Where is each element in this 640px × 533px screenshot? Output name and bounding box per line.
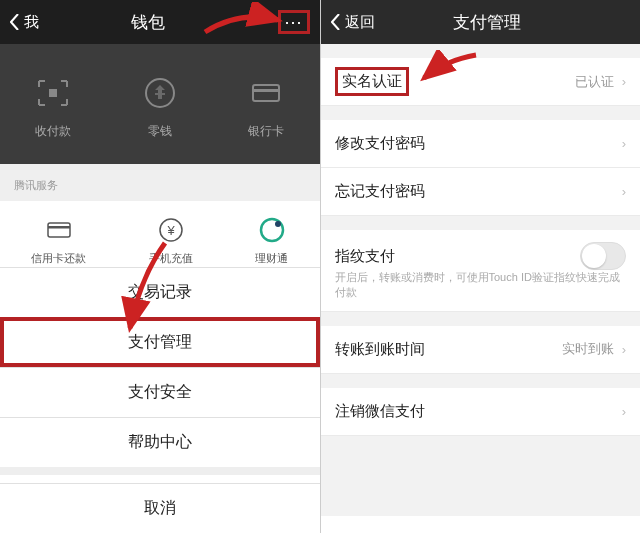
chevron-right-icon: › bbox=[622, 184, 626, 199]
cell-label: 修改支付密码 bbox=[335, 134, 425, 153]
service-label: 手机充值 bbox=[149, 251, 193, 266]
payment-title: 支付管理 bbox=[345, 11, 631, 34]
wallet-top-row: 收付款 零钱 银行卡 bbox=[0, 44, 320, 164]
cell-change-password[interactable]: 修改支付密码 › bbox=[321, 120, 641, 168]
chevron-right-icon: › bbox=[622, 74, 626, 89]
receive-pay-button[interactable]: 收付款 bbox=[29, 69, 77, 140]
fingerprint-subtitle: 开启后，转账或消费时，可使用Touch ID验证指纹快速完成付款 bbox=[321, 270, 641, 311]
more-icon: ⋯ bbox=[284, 11, 303, 33]
sheet-gap bbox=[0, 467, 320, 475]
services-section: 腾讯服务 信用卡还款 ¥ 手机充值 bbox=[0, 164, 320, 276]
settings-list: 实名认证 已认证 › 修改支付密码 › 忘记支付密码 › 指纹支付 bbox=[321, 44, 641, 516]
payment-header: 返回 支付管理 bbox=[321, 0, 641, 44]
bank-card-label: 银行卡 bbox=[248, 123, 284, 140]
sheet-item-help[interactable]: 帮助中心 bbox=[0, 417, 320, 467]
action-sheet: 交易记录 支付管理 支付安全 帮助中心 取消 bbox=[0, 267, 320, 533]
cell-label: 转账到账时间 bbox=[335, 340, 425, 359]
phone-topup-button[interactable]: ¥ 手机充值 bbox=[149, 215, 193, 266]
receive-pay-label: 收付款 bbox=[35, 123, 71, 140]
finance-button[interactable]: 理财通 bbox=[255, 215, 288, 266]
svg-rect-0 bbox=[49, 89, 57, 97]
cell-label: 指纹支付 bbox=[335, 247, 395, 266]
cell-fingerprint-pay[interactable]: 指纹支付 bbox=[321, 230, 641, 270]
services-header: 腾讯服务 bbox=[0, 174, 320, 201]
chevron-right-icon: › bbox=[622, 342, 626, 357]
more-button[interactable]: ⋯ bbox=[278, 10, 310, 34]
chevron-right-icon: › bbox=[622, 404, 626, 419]
wallet-screen: 我 钱包 ⋯ 收付款 零钱 bbox=[0, 0, 321, 533]
fingerprint-switch[interactable] bbox=[580, 242, 626, 270]
balance-label: 零钱 bbox=[148, 123, 172, 140]
cell-label: 注销微信支付 bbox=[335, 402, 425, 421]
svg-point-9 bbox=[275, 221, 281, 227]
wallet-header: 我 钱包 ⋯ bbox=[0, 0, 320, 44]
sheet-cancel[interactable]: 取消 bbox=[0, 483, 320, 533]
wallet-title: 钱包 bbox=[19, 11, 278, 34]
sheet-item-transactions[interactable]: 交易记录 bbox=[0, 267, 320, 317]
svg-rect-3 bbox=[253, 89, 279, 92]
cell-value: 实时到账 bbox=[562, 340, 614, 358]
service-label: 信用卡还款 bbox=[31, 251, 86, 266]
balance-icon bbox=[136, 69, 184, 117]
svg-rect-5 bbox=[48, 226, 70, 229]
service-label: 理财通 bbox=[255, 251, 288, 266]
payment-manage-screen: 返回 支付管理 实名认证 已认证 › 修改支付密码 › 忘记支付密码 bbox=[321, 0, 641, 533]
bank-card-icon bbox=[242, 69, 290, 117]
bank-card-button[interactable]: 银行卡 bbox=[242, 69, 290, 140]
svg-rect-4 bbox=[48, 223, 70, 237]
cell-label: 实名认证 bbox=[335, 67, 409, 96]
credit-card-repay-button[interactable]: 信用卡还款 bbox=[31, 215, 86, 266]
finance-icon bbox=[257, 215, 287, 245]
svg-text:¥: ¥ bbox=[166, 223, 175, 238]
sheet-item-payment-manage[interactable]: 支付管理 bbox=[0, 317, 320, 367]
cell-deregister-wechat-pay[interactable]: 注销微信支付 › bbox=[321, 388, 641, 436]
cell-transfer-time[interactable]: 转账到账时间 实时到账 › bbox=[321, 326, 641, 374]
receive-pay-icon bbox=[29, 69, 77, 117]
cell-real-name-auth[interactable]: 实名认证 已认证 › bbox=[321, 58, 641, 106]
cell-value: 已认证 bbox=[575, 73, 614, 91]
balance-button[interactable]: 零钱 bbox=[136, 69, 184, 140]
cell-forgot-password[interactable]: 忘记支付密码 › bbox=[321, 168, 641, 216]
cell-label: 忘记支付密码 bbox=[335, 182, 425, 201]
sheet-item-payment-security[interactable]: 支付安全 bbox=[0, 367, 320, 417]
chevron-right-icon: › bbox=[622, 136, 626, 151]
credit-card-icon bbox=[44, 215, 74, 245]
yen-icon: ¥ bbox=[156, 215, 186, 245]
svg-rect-2 bbox=[253, 85, 279, 101]
services-row: 信用卡还款 ¥ 手机充值 理财通 bbox=[0, 201, 320, 276]
